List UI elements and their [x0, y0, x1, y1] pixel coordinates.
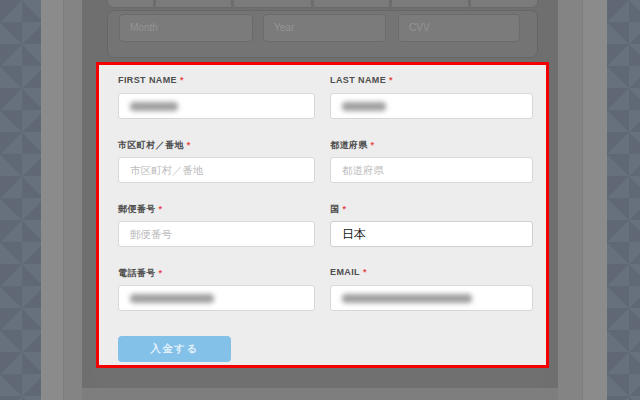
field-phone: 電話番号* [118, 267, 315, 311]
redacted-value [342, 102, 386, 111]
card-details-section-dimmed: Month Year CVV [107, 10, 538, 58]
background-band-right-inner [558, 0, 582, 400]
tab-divider [389, 0, 392, 9]
highlight-annotation-box: FIRST NAME* LAST NAME* 市区町村／番地* 都道府県* [96, 62, 549, 368]
phone-input[interactable] [118, 285, 315, 311]
redacted-value [130, 294, 214, 303]
country-label: 国* [330, 203, 533, 217]
field-email: EMAIL* [330, 267, 533, 311]
background-band-left-inner [63, 0, 82, 400]
background-pattern-left [0, 0, 41, 400]
field-first-name: FIRST NAME* [118, 75, 315, 119]
country-input[interactable] [330, 221, 533, 247]
required-asterisk: * [389, 75, 393, 85]
tab-divider [311, 0, 314, 9]
last-name-label: LAST NAME* [330, 75, 533, 89]
postal-code-label: 郵便番号* [118, 203, 315, 217]
required-asterisk: * [363, 267, 367, 277]
redacted-value [130, 102, 178, 111]
prefecture-input[interactable] [330, 157, 533, 183]
city-street-label: 市区町村／番地* [118, 139, 315, 153]
background-band-left-outer [41, 0, 63, 400]
form-card-bottom-dimmed [93, 368, 545, 388]
city-street-input[interactable] [118, 157, 315, 183]
prefecture-label: 都道府県* [330, 139, 533, 153]
required-asterisk: * [180, 75, 184, 85]
dimmed-tab-strip [107, 0, 538, 8]
email-input[interactable] [330, 285, 533, 311]
field-last-name: LAST NAME* [330, 75, 533, 119]
email-label: EMAIL* [330, 267, 533, 281]
field-postal-code: 郵便番号* [118, 203, 315, 247]
redacted-value [342, 294, 472, 303]
billing-form: FIRST NAME* LAST NAME* 市区町村／番地* 都道府県* [99, 65, 546, 362]
background-band-right-outer [582, 0, 607, 400]
phone-label: 電話番号* [118, 267, 315, 281]
required-asterisk: * [159, 204, 163, 214]
field-city-street: 市区町村／番地* [118, 139, 315, 183]
first-name-input[interactable] [118, 93, 315, 119]
required-asterisk: * [187, 140, 191, 150]
first-name-label: FIRST NAME* [118, 75, 315, 89]
last-name-input[interactable] [330, 93, 533, 119]
required-asterisk: * [342, 204, 346, 214]
required-asterisk: * [159, 268, 163, 278]
deposit-submit-button[interactable]: 入金する [118, 336, 231, 362]
card-expiry-year-input[interactable]: Year [263, 14, 386, 42]
postal-code-input[interactable] [118, 221, 315, 247]
tab-divider [153, 0, 156, 9]
required-asterisk: * [371, 140, 375, 150]
field-prefecture: 都道府県* [330, 139, 533, 183]
page-bottom-dimmed [82, 388, 558, 400]
card-expiry-month-input[interactable]: Month [119, 14, 253, 42]
card-cvv-input[interactable]: CVV [398, 14, 520, 42]
tab-divider [468, 0, 471, 9]
tab-divider [231, 0, 234, 9]
background-pattern-right [607, 0, 640, 400]
field-country: 国* [330, 203, 533, 247]
